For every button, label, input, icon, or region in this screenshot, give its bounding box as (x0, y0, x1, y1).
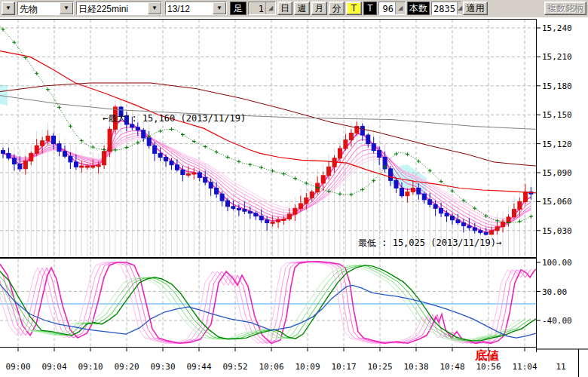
spinner-icon[interactable]: ◢ (457, 2, 462, 14)
chart-area: 15,24015,21015,18015,15015,12015,09015,0… (0, 17, 588, 377)
bar-count-label: 本数 (407, 2, 430, 15)
tick-size-label: T (363, 2, 377, 15)
apply-button[interactable]: 適用 (463, 2, 488, 15)
interval-value: 1 (249, 2, 265, 14)
time-tick-label: 10:17 (331, 362, 356, 372)
time-tick-label: 09:52 (222, 362, 247, 372)
price-tick-label: 15,090 (542, 168, 572, 178)
time-tick-label: 10:09 (295, 362, 320, 372)
period-day-button[interactable]: 日 (277, 2, 292, 15)
price-tick-label: 15,030 (542, 226, 572, 236)
time-tick-label: 10:38 (403, 362, 428, 372)
time-tick-label: 10:48 (439, 362, 464, 372)
bar-count-value: 2835 (432, 2, 457, 14)
time-tick-label: 09:00 (5, 362, 30, 372)
time-tick-label: 09:10 (78, 362, 103, 372)
time-tick-label: 11:04 (512, 362, 537, 372)
price-tick-label: 15,180 (542, 81, 572, 91)
tick-size-value: 96 (379, 2, 395, 14)
symbol-value: 日経225mini (77, 2, 148, 14)
bottom-price-annotation: 底値 (474, 348, 499, 363)
spinner-icon[interactable]: ◢ (265, 2, 275, 14)
oscillator-tick-label: -40.00 (542, 316, 572, 326)
time-tick-label: 10:25 (367, 362, 392, 372)
price-tick-label: 15,060 (542, 197, 572, 207)
period-week-button[interactable]: 週 (294, 2, 310, 15)
period-month-button[interactable]: 月 (311, 2, 327, 15)
tick-size-stepper[interactable]: 96 ◢ (378, 2, 406, 15)
category-combobox[interactable]: 先物 ▼ (17, 2, 74, 15)
oscillator-tick-label: 100.00 (542, 258, 572, 268)
time-tick-label: 10:56 (476, 362, 501, 372)
chevron-down-icon[interactable]: ▼ (60, 2, 73, 14)
oscillator-tick-label: 30.00 (542, 287, 567, 297)
period-minute-button[interactable]: 分 (329, 2, 345, 15)
time-tick-label: 10:06 (259, 362, 283, 372)
bar-count-stepper[interactable]: 2835 ◢ (431, 2, 461, 15)
bar-type-label: 足 (230, 2, 247, 15)
toolbar: ▼ 先物 ▼ 日経225mini ▼ 13/12 ▼ 足 1 ◢ 日 週 月 分… (0, 0, 588, 17)
time-tick-label: 11 (556, 362, 565, 372)
interval-stepper[interactable]: 1 ◢ (248, 2, 276, 15)
time-tick-label: 09:30 (150, 362, 175, 372)
time-tick-label: 09:04 (41, 362, 66, 372)
price-chart-canvas: 15,24015,21015,18015,15015,12015,09015,0… (0, 17, 588, 377)
time-tick-label: 09:44 (186, 362, 211, 372)
contract-month-value: 13/12 (166, 2, 213, 14)
price-tick-label: 15,150 (542, 110, 572, 120)
contract-month-combobox[interactable]: 13/12 ▼ (165, 2, 227, 15)
category-value: 先物 (18, 2, 60, 14)
price-tick-label: 15,120 (542, 139, 572, 149)
price-tick-label: 15,240 (542, 23, 572, 33)
window-dropdown-button[interactable]: ▼ (2, 2, 15, 15)
chevron-down-icon[interactable]: ▼ (148, 2, 161, 14)
min-price-annotation: 最低 : 15,025 (2013/11/19)→ (358, 238, 501, 248)
time-tick-label: 09:20 (114, 362, 139, 372)
max-price-annotation: ←最大 : 15,160 (2013/11/19) (103, 113, 246, 124)
symbol-combobox[interactable]: 日経225mini ▼ (76, 2, 162, 15)
spinner-icon[interactable]: ◢ (395, 2, 405, 14)
price-tick-label: 15,210 (542, 52, 572, 62)
period-tick-button[interactable]: T (346, 2, 362, 15)
multi-symbol-button[interactable]: 複数銘柄 (544, 2, 586, 15)
chevron-down-icon[interactable]: ▼ (213, 2, 226, 14)
